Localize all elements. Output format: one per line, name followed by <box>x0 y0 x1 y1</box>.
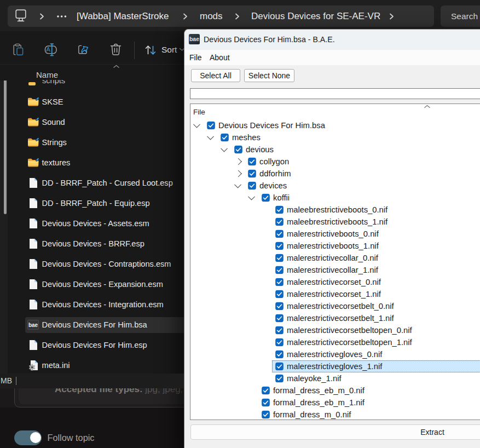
svg-text:A: A <box>47 46 51 53</box>
